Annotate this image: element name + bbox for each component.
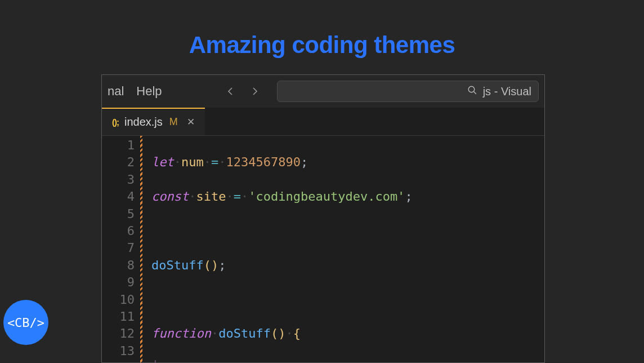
search-label: js - Visual <box>483 85 531 98</box>
tab-filename: index.js <box>124 116 163 129</box>
menu-terminal-fragment[interactable]: nal <box>108 84 124 99</box>
search-icon <box>467 85 477 98</box>
coding-beauty-logo: <CB/> <box>3 300 48 345</box>
close-icon[interactable]: ✕ <box>187 116 195 128</box>
command-center[interactable]: js - Visual <box>277 81 539 102</box>
headline: Amazing coding themes <box>0 0 644 71</box>
tab-bar: (); index.js M ✕ <box>102 108 544 136</box>
svg-point-0 <box>468 86 475 92</box>
editor-area[interactable]: 1 2 3 4 5 6 7 8 9 10 11 12 13 let·num·=·… <box>102 136 544 362</box>
nav-back-icon[interactable] <box>224 85 238 98</box>
titlebar: nal Help js - Visual <box>102 75 544 108</box>
js-file-icon: (); <box>112 117 119 127</box>
menu-help[interactable]: Help <box>136 84 162 99</box>
line-number-gutter: 1 2 3 4 5 6 7 8 9 10 11 12 13 <box>102 136 140 362</box>
tab-index-js[interactable]: (); index.js M ✕ <box>102 108 205 135</box>
code-content[interactable]: let·num·=·1234567890; const·site·=·'codi… <box>142 136 413 362</box>
modified-indicator: M <box>169 116 178 128</box>
vscode-window: nal Help js - Visual (); index.js M ✕ <box>101 74 545 363</box>
nav-forward-icon[interactable] <box>248 85 261 98</box>
